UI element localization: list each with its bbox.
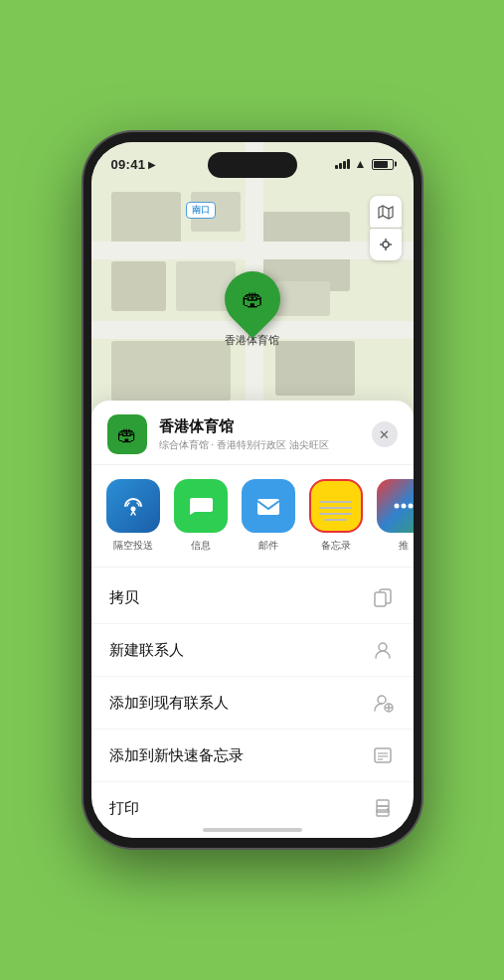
venue-info: 香港体育馆 综合体育馆 · 香港特别行政区 油尖旺区	[159, 417, 360, 452]
notes-label: 备忘录	[321, 539, 351, 553]
phone-screen: 09:41 ▶ ▲	[91, 142, 414, 838]
svg-point-14	[379, 643, 387, 651]
mail-icon	[242, 479, 295, 533]
message-label: 信息	[191, 539, 211, 553]
venue-name: 香港体育馆	[159, 417, 360, 436]
location-arrow-icon: ▶	[148, 159, 156, 170]
action-list: 拷贝 新建联系人	[91, 568, 414, 838]
share-item-more[interactable]: 推	[374, 479, 414, 553]
share-item-notes[interactable]: 备忘录	[306, 479, 366, 553]
more-icon	[377, 479, 414, 533]
map-label: 南口	[186, 202, 216, 219]
close-button[interactable]: ✕	[372, 421, 398, 447]
share-item-mail[interactable]: 邮件	[239, 479, 298, 553]
phone-frame: 09:41 ▶ ▲	[84, 132, 421, 848]
share-row: 隔空投送 信息	[91, 465, 414, 568]
action-new-contact[interactable]: 新建联系人	[91, 624, 414, 677]
copy-icon	[370, 584, 396, 610]
mail-label: 邮件	[258, 539, 278, 553]
venue-icon: 🏟	[107, 414, 147, 454]
action-add-existing-contact[interactable]: 添加到现有联系人	[91, 677, 414, 730]
svg-point-0	[383, 242, 389, 247]
action-add-existing-label: 添加到现有联系人	[109, 694, 229, 713]
action-copy-label: 拷贝	[109, 588, 139, 607]
action-add-quick-note[interactable]: 添加到新快速备忘录	[91, 730, 414, 782]
svg-rect-19	[375, 748, 391, 762]
action-print-label: 打印	[109, 799, 139, 818]
signal-bars-icon	[335, 159, 350, 169]
status-time: 09:41	[111, 157, 146, 172]
svg-point-9	[394, 504, 399, 509]
battery-icon	[372, 159, 394, 170]
status-icons: ▲	[335, 157, 394, 171]
map-type-button[interactable]	[370, 196, 402, 228]
add-contact-icon	[370, 690, 396, 716]
venue-header: 🏟 香港体育馆 综合体育馆 · 香港特别行政区 油尖旺区 ✕	[91, 401, 414, 465]
svg-rect-13	[375, 592, 386, 606]
svg-rect-8	[257, 499, 279, 515]
action-print[interactable]: 打印	[91, 782, 414, 834]
bottom-sheet: 🏟 香港体育馆 综合体育馆 · 香港特别行政区 油尖旺区 ✕	[91, 401, 414, 838]
home-indicator	[203, 828, 302, 832]
airdrop-label: 隔空投送	[113, 539, 153, 553]
printer-icon	[370, 795, 396, 821]
action-add-note-label: 添加到新快速备忘录	[109, 746, 244, 765]
venue-emoji: 🏟	[117, 423, 137, 446]
svg-line-7	[133, 512, 135, 516]
dynamic-island	[208, 152, 297, 178]
quick-note-icon	[370, 742, 396, 768]
notes-icon	[309, 479, 363, 533]
location-button[interactable]	[370, 229, 402, 260]
new-contact-icon	[370, 637, 396, 663]
message-icon	[174, 479, 228, 533]
action-new-contact-label: 新建联系人	[109, 641, 184, 660]
pin-marker: 🏟	[213, 259, 291, 338]
wifi-icon: ▲	[355, 157, 367, 171]
svg-point-25	[387, 808, 389, 810]
svg-point-11	[408, 504, 413, 509]
airdrop-icon	[106, 479, 160, 533]
svg-point-15	[378, 696, 386, 704]
svg-rect-23	[377, 800, 389, 806]
svg-rect-24	[377, 810, 389, 816]
map-controls	[370, 196, 402, 260]
pin-emoji: 🏟	[242, 286, 263, 312]
share-item-message[interactable]: 信息	[171, 479, 231, 553]
share-item-airdrop[interactable]: 隔空投送	[103, 479, 163, 553]
action-copy[interactable]: 拷贝	[91, 572, 414, 624]
more-label: 推	[399, 539, 409, 553]
location-pin: 🏟 香港体育馆	[225, 271, 280, 348]
svg-point-10	[401, 504, 406, 509]
venue-subtitle: 综合体育馆 · 香港特别行政区 油尖旺区	[159, 438, 360, 452]
